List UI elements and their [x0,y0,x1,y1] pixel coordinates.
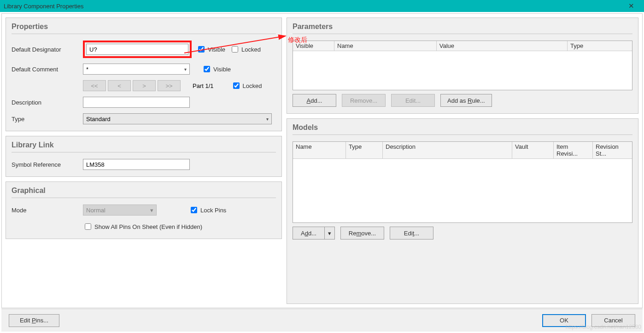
model-add-button[interactable]: Add... [293,227,325,240]
models-buttons: Add... ▾ Remove... Edit... [293,227,632,240]
model-add-dropdown[interactable]: ▾ [325,227,335,240]
models-panel: Models Name Type Description Vault Item … [287,118,638,304]
chevron-down-icon: ▾ [266,117,269,122]
col-type[interactable]: Type [568,41,632,51]
showallpins-check[interactable] [85,223,91,230]
models-grid[interactable]: Name Type Description Vault Item Revisi.… [293,141,632,223]
mode-select: Normal ▾ [83,204,157,216]
param-addrule-button[interactable]: Add as Rule... [440,94,492,107]
lockpins-checkbox[interactable]: Lock Pins [189,205,226,215]
mode-value: Normal [86,207,105,214]
models-grid-body[interactable] [293,159,632,222]
model-remove-button[interactable]: Remove... [340,227,384,240]
showallpins-checkbox[interactable]: Show All Pins On Sheet (Even if Hidden) [83,222,202,231]
param-add-button[interactable]: Add... [293,94,336,107]
col-name[interactable]: Name [334,41,437,51]
parameters-grid[interactable]: Visible Name Value Type [293,41,632,90]
type-value: Standard [86,116,111,123]
title-bar: Library Component Properties ✕ [0,0,644,12]
parameters-grid-header: Visible Name Value Type [293,41,632,51]
comment-combo[interactable]: * ▾ [83,64,190,75]
designator-locked-checkbox[interactable]: Locked [230,45,261,54]
part-nav: << < > >> [83,80,181,91]
part-indicator: Part 1/1 [193,82,214,89]
models-grid-header: Name Type Description Vault Item Revisi.… [293,142,632,159]
window-title: Library Component Properties [4,3,622,10]
mcol-name[interactable]: Name [293,142,346,158]
designator-input[interactable] [86,44,188,55]
library-link-panel: Library Link Symbol Reference [6,136,282,177]
mcol-description[interactable]: Description [383,142,512,158]
part-next-button[interactable]: > [133,80,156,91]
comment-label: Default Comment [12,66,83,73]
properties-title: Properties [12,23,276,34]
mcol-type[interactable]: Type [346,142,383,158]
designator-locked-check[interactable] [232,46,238,53]
comment-visible-check[interactable] [204,66,210,72]
comment-visible-checkbox[interactable]: Visible [202,64,231,74]
editpins-button[interactable]: Edit Pins... [9,314,59,327]
mcol-revst[interactable]: Revision St... [593,142,632,158]
part-last-button[interactable]: >> [158,80,181,91]
model-add-splitbutton: Add... ▾ [293,227,335,240]
param-edit-button[interactable]: Edit... [391,94,435,107]
parameters-panel: Parameters Visible Name Value Type Add..… [287,18,638,114]
type-select[interactable]: Standard ▾ [83,113,272,124]
description-label: Description [12,99,83,106]
graphical-title: Graphical [12,187,276,198]
parameters-title: Parameters [293,23,632,34]
parameters-buttons: Add... Remove... Edit... Add as Rule... [293,94,632,107]
part-locked-checkbox[interactable]: Locked [231,81,262,90]
designator-highlight [83,41,192,58]
graphical-panel: Graphical Mode Normal ▾ Lock Pins [6,181,282,239]
param-remove-button[interactable]: Remove... [342,94,386,107]
description-input[interactable] [83,97,190,108]
annotation-text: 修改后 [288,36,307,44]
dialog-body: Properties Default Designator Visible Lo… [1,13,643,308]
symref-label: Symbol Reference [12,161,83,168]
designator-visible-check[interactable] [198,46,205,53]
mcol-itemrev[interactable]: Item Revisi... [554,142,593,158]
chevron-down-icon: ▾ [328,230,331,237]
col-value[interactable]: Value [437,41,568,51]
left-column: Properties Default Designator Visible Lo… [6,18,282,304]
chevron-down-icon: ▾ [184,67,187,72]
part-locked-check[interactable] [233,82,240,89]
close-icon[interactable]: ✕ [622,2,640,10]
right-column: Parameters Visible Name Value Type Add..… [287,18,638,304]
model-edit-button[interactable]: Edit... [390,227,433,240]
mode-label: Mode [12,207,83,214]
models-title: Models [293,123,632,135]
mcol-vault[interactable]: Vault [512,142,554,158]
part-first-button[interactable]: << [83,80,106,91]
properties-panel: Properties Default Designator Visible Lo… [6,18,282,131]
dialog-footer: Edit Pins... OK Cancel [1,309,643,332]
watermark: https://blog.csdn.net/nan12580 [566,324,641,330]
parameters-grid-body[interactable] [293,51,632,90]
designator-visible-checkbox[interactable]: Visible [196,45,225,54]
part-prev-button[interactable]: < [108,80,131,91]
symref-input[interactable] [83,159,190,170]
type-label: Type [12,116,83,123]
chevron-down-icon: ▾ [150,207,153,214]
designator-label: Default Designator [12,46,83,53]
comment-value: * [86,66,88,73]
library-link-title: Library Link [12,141,276,152]
lockpins-check[interactable] [191,207,197,213]
